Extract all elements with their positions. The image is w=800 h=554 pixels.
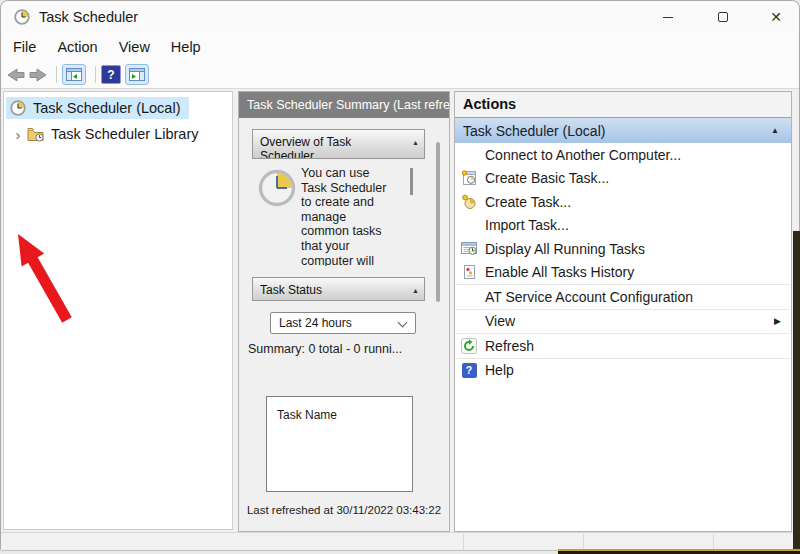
- title-bar: Task Scheduler ✕: [1, 1, 799, 33]
- last-refreshed-text: Last refreshed at 30/11/2022 03:43:22: [239, 504, 449, 516]
- close-button[interactable]: ✕: [753, 1, 799, 33]
- toolbar-separator: [95, 66, 96, 83]
- desktop-sliver-bottom: [558, 549, 800, 554]
- back-arrow-icon: [7, 68, 25, 82]
- window-title: Task Scheduler: [39, 1, 138, 33]
- action-label: Create Task...: [485, 194, 571, 210]
- icon-spacer: [461, 217, 477, 233]
- action-refresh[interactable]: Refresh: [455, 334, 791, 358]
- summary-panel: Task Scheduler Summary (Last refreshed O…: [238, 91, 450, 532]
- actions-panel-title: Actions: [455, 92, 791, 118]
- submenu-arrow-icon: ▶: [774, 316, 781, 326]
- tree-item-label: Task Scheduler Library: [51, 126, 199, 142]
- menu-bar: File Action View Help: [1, 33, 799, 61]
- collapse-icon[interactable]: ▲: [412, 136, 419, 150]
- screen: Task Scheduler ✕ File Action View Help: [0, 0, 800, 554]
- menu-file[interactable]: File: [13, 39, 47, 55]
- tree-selection-highlight: Task Scheduler (Local): [6, 97, 189, 119]
- forward-arrow-icon: [29, 68, 47, 82]
- back-button[interactable]: [7, 68, 25, 82]
- icon-spacer: [461, 313, 477, 329]
- time-range-value: Last 24 hours: [279, 316, 352, 330]
- display-running-tasks-icon: [461, 241, 477, 257]
- actions-panel: Actions Task Scheduler (Local) ▲ Connect…: [454, 91, 792, 532]
- action-label: Import Task...: [485, 217, 569, 233]
- tree-item-task-scheduler-library[interactable]: › Task Scheduler Library: [6, 123, 199, 145]
- toolbar: ?: [1, 61, 799, 89]
- tree-item-task-scheduler-local[interactable]: Task Scheduler (Local): [6, 97, 189, 119]
- console-tree-icon: [66, 68, 82, 81]
- action-pane-icon: [129, 68, 145, 81]
- task-status-title: Task Status: [260, 283, 322, 297]
- action-label: Connect to Another Computer...: [485, 147, 681, 163]
- action-create-basic-task[interactable]: Create Basic Task...: [455, 167, 791, 191]
- task-status-summary: Summary: 0 total - 0 runni...: [248, 342, 444, 356]
- overview-title: Overview of Task Scheduler: [260, 135, 351, 159]
- show-hide-action-pane-button[interactable]: [125, 64, 149, 85]
- action-label: View: [485, 313, 515, 329]
- refresh-icon: [461, 338, 477, 354]
- help-icon: ?: [461, 362, 477, 378]
- action-enable-all-tasks-history[interactable]: Enable All Tasks History: [455, 261, 791, 285]
- tasks-history-icon: [461, 264, 477, 280]
- action-import-task[interactable]: Import Task...: [455, 214, 791, 238]
- action-connect-to-another-computer[interactable]: Connect to Another Computer...: [455, 143, 791, 167]
- task-scheduler-window: Task Scheduler ✕ File Action View Help: [0, 0, 800, 550]
- red-annotation-arrow: [4, 212, 94, 342]
- menu-view[interactable]: View: [119, 39, 161, 55]
- overview-text: You can use Task Scheduler to create and…: [301, 166, 417, 266]
- time-range-dropdown[interactable]: Last 24 hours: [270, 312, 416, 334]
- menu-help[interactable]: Help: [171, 39, 212, 55]
- summary-panel-header: Task Scheduler Summary (Last refreshed: [239, 92, 449, 118]
- task-status-section-header[interactable]: Task Status ▲: [252, 277, 425, 301]
- expand-chevron-icon[interactable]: ›: [11, 126, 25, 143]
- minimize-button[interactable]: [645, 1, 691, 33]
- actions-group-header[interactable]: Task Scheduler (Local) ▲: [455, 118, 791, 143]
- action-label: Create Basic Task...: [485, 170, 609, 186]
- overview-clock-icon: [258, 169, 296, 207]
- main-area: Task Scheduler (Local) › Task Scheduler …: [1, 89, 799, 532]
- minimize-icon: [663, 17, 673, 18]
- action-display-all-running-tasks[interactable]: Display All Running Tasks: [455, 237, 791, 261]
- show-hide-console-tree-button[interactable]: [62, 64, 86, 85]
- collapse-icon[interactable]: ▲: [771, 126, 779, 135]
- menu-action[interactable]: Action: [57, 39, 108, 55]
- collapse-icon[interactable]: ▲: [412, 284, 419, 298]
- action-label: Refresh: [485, 338, 534, 354]
- task-name-column-header[interactable]: Task Name: [277, 408, 337, 422]
- forward-button[interactable]: [29, 68, 47, 82]
- close-icon: ✕: [770, 9, 782, 25]
- task-scheduler-app-icon: [14, 9, 30, 25]
- action-view[interactable]: View ▶: [455, 310, 791, 334]
- create-task-icon: [461, 194, 477, 210]
- task-list-box: Task Name: [266, 396, 413, 492]
- action-label: Display All Running Tasks: [485, 241, 645, 257]
- toolbar-separator: [56, 66, 57, 83]
- chevron-down-icon: [398, 318, 408, 328]
- actions-group-label: Task Scheduler (Local): [463, 123, 771, 139]
- action-at-service-account-configuration[interactable]: AT Service Account Configuration: [455, 285, 791, 309]
- overview-section-header[interactable]: Overview of Task Scheduler ▲: [252, 129, 425, 159]
- create-basic-task-icon: [461, 170, 477, 186]
- maximize-icon: [718, 12, 728, 22]
- overview-scrollbar-thumb[interactable]: [410, 168, 413, 195]
- action-create-task[interactable]: Create Task...: [455, 190, 791, 214]
- console-tree-panel: Task Scheduler (Local) › Task Scheduler …: [3, 91, 233, 530]
- action-help[interactable]: ? Help: [455, 359, 791, 383]
- help-button[interactable]: ?: [101, 65, 121, 84]
- clock-icon: [10, 100, 26, 116]
- status-separator: [463, 534, 464, 551]
- folder-clock-icon: [27, 127, 44, 142]
- action-label: AT Service Account Configuration: [485, 289, 693, 305]
- desktop-sliver-right: [793, 231, 800, 554]
- tree-item-label: Task Scheduler (Local): [33, 100, 181, 116]
- help-icon: ?: [107, 68, 114, 82]
- icon-spacer: [461, 147, 477, 163]
- summary-scrollbar-thumb[interactable]: [436, 142, 440, 302]
- icon-spacer: [461, 289, 477, 305]
- action-label: Help: [485, 362, 514, 378]
- action-label: Enable All Tasks History: [485, 264, 634, 280]
- maximize-button[interactable]: [700, 1, 746, 33]
